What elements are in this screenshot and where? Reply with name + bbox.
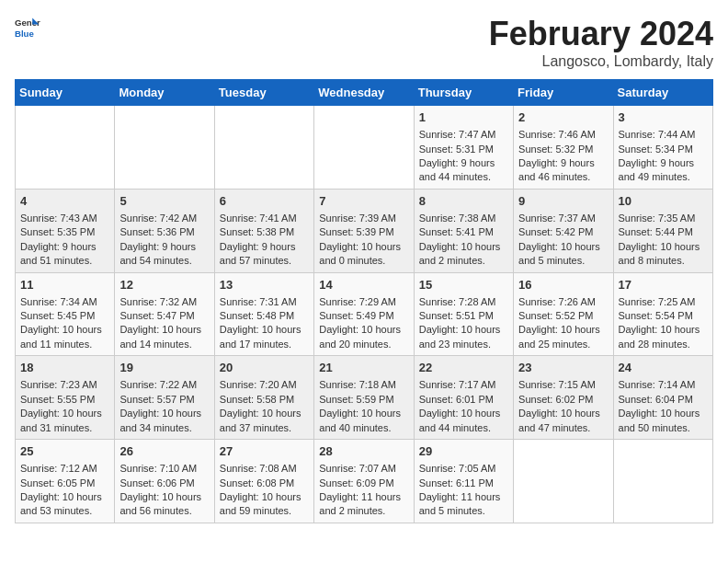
- day-info: and 37 minutes.: [220, 421, 309, 435]
- day-info: Daylight: 10 hours: [319, 240, 408, 254]
- day-number: 2: [518, 109, 608, 126]
- calendar-cell: 20Sunrise: 7:20 AMSunset: 5:58 PMDayligh…: [214, 356, 313, 440]
- day-info: Sunset: 6:08 PM: [220, 477, 309, 490]
- day-info: Sunrise: 7:44 AM: [619, 128, 708, 142]
- day-info: Sunset: 5:51 PM: [419, 309, 508, 323]
- calendar-cell: 16Sunrise: 7:26 AMSunset: 5:52 PMDayligh…: [514, 272, 613, 356]
- day-info: Daylight: 10 hours: [20, 323, 109, 337]
- day-info: Daylight: 11 hours: [419, 490, 508, 504]
- day-info: Daylight: 10 hours: [419, 323, 508, 337]
- day-info: Sunrise: 7:05 AM: [419, 462, 508, 476]
- day-info: Daylight: 10 hours: [619, 407, 708, 420]
- day-number: 16: [518, 277, 608, 293]
- day-number: 18: [20, 360, 109, 376]
- day-info: and 2 minutes.: [419, 254, 508, 268]
- day-number: 9: [518, 193, 608, 210]
- day-info: and 23 minutes.: [419, 338, 508, 351]
- day-info: and 49 minutes.: [619, 170, 708, 184]
- day-info: and 5 minutes.: [518, 254, 608, 268]
- calendar-cell: 5Sunrise: 7:42 AMSunset: 5:36 PMDaylight…: [115, 189, 214, 272]
- day-info: Daylight: 10 hours: [220, 490, 309, 504]
- day-number: 19: [119, 360, 209, 376]
- day-info: Sunset: 5:35 PM: [20, 225, 109, 239]
- day-number: 21: [319, 360, 408, 376]
- calendar-cell: 18Sunrise: 7:23 AMSunset: 5:55 PMDayligh…: [16, 356, 115, 440]
- day-info: Daylight: 10 hours: [119, 407, 209, 420]
- day-info: and 5 minutes.: [419, 504, 508, 518]
- day-number: 6: [220, 193, 309, 210]
- calendar-cell: [514, 440, 613, 523]
- day-info: Sunset: 5:36 PM: [119, 225, 209, 239]
- calendar-cell: 26Sunrise: 7:10 AMSunset: 6:06 PMDayligh…: [115, 440, 214, 523]
- day-info: Sunset: 5:39 PM: [319, 225, 408, 239]
- calendar-cell: 12Sunrise: 7:32 AMSunset: 5:47 PMDayligh…: [115, 272, 214, 356]
- day-header-friday: Friday: [514, 80, 613, 106]
- week-row-3: 11Sunrise: 7:34 AMSunset: 5:45 PMDayligh…: [16, 272, 713, 356]
- calendar-cell: 23Sunrise: 7:15 AMSunset: 6:02 PMDayligh…: [514, 356, 613, 440]
- day-info: Sunset: 6:01 PM: [419, 393, 508, 407]
- day-info: Sunset: 5:31 PM: [419, 143, 508, 156]
- week-row-2: 4Sunrise: 7:43 AMSunset: 5:35 PMDaylight…: [16, 189, 713, 272]
- day-info: Daylight: 9 hours: [220, 240, 309, 254]
- day-info: and 46 minutes.: [518, 170, 608, 184]
- day-info: Sunrise: 7:20 AM: [220, 378, 309, 392]
- day-info: and 56 minutes.: [119, 504, 209, 518]
- calendar: SundayMondayTuesdayWednesdayThursdayFrid…: [15, 79, 713, 523]
- day-info: Daylight: 10 hours: [518, 323, 608, 337]
- day-number: 15: [419, 277, 508, 293]
- day-info: Daylight: 10 hours: [220, 323, 309, 337]
- day-info: Daylight: 10 hours: [419, 240, 508, 254]
- day-info: Sunset: 5:48 PM: [220, 309, 309, 323]
- day-info: Sunrise: 7:12 AM: [20, 462, 109, 476]
- calendar-cell: 10Sunrise: 7:35 AMSunset: 5:44 PMDayligh…: [613, 189, 712, 272]
- day-info: Daylight: 9 hours: [20, 240, 109, 254]
- calendar-cell: 24Sunrise: 7:14 AMSunset: 6:04 PMDayligh…: [613, 356, 712, 440]
- day-info: Daylight: 10 hours: [220, 407, 309, 420]
- day-info: Sunrise: 7:10 AM: [119, 462, 209, 476]
- calendar-cell: 22Sunrise: 7:17 AMSunset: 6:01 PMDayligh…: [414, 356, 513, 440]
- day-info: Sunrise: 7:08 AM: [220, 462, 309, 476]
- day-info: and 53 minutes.: [20, 504, 109, 518]
- day-info: Daylight: 10 hours: [20, 490, 109, 504]
- day-info: Sunrise: 7:28 AM: [419, 295, 508, 309]
- day-info: Sunset: 5:55 PM: [20, 393, 109, 407]
- day-info: Sunset: 5:59 PM: [319, 393, 408, 407]
- day-info: Sunrise: 7:25 AM: [619, 295, 708, 309]
- day-header-tuesday: Tuesday: [214, 80, 313, 106]
- day-number: 29: [419, 443, 508, 460]
- week-row-1: 1Sunrise: 7:47 AMSunset: 5:31 PMDaylight…: [16, 106, 713, 190]
- day-number: 13: [220, 277, 309, 293]
- day-info: Sunset: 5:45 PM: [20, 309, 109, 323]
- day-info: Daylight: 10 hours: [619, 323, 708, 337]
- day-info: Sunrise: 7:17 AM: [419, 378, 508, 392]
- logo-icon: General Blue: [15, 15, 40, 40]
- calendar-cell: 19Sunrise: 7:22 AMSunset: 5:57 PMDayligh…: [115, 356, 214, 440]
- calendar-cell: 4Sunrise: 7:43 AMSunset: 5:35 PMDaylight…: [16, 189, 115, 272]
- day-info: Sunset: 6:06 PM: [119, 477, 209, 490]
- day-info: Sunrise: 7:31 AM: [220, 295, 309, 309]
- day-info: Sunset: 6:05 PM: [20, 477, 109, 490]
- calendar-cell: 3Sunrise: 7:44 AMSunset: 5:34 PMDaylight…: [613, 106, 712, 190]
- day-info: Sunset: 6:04 PM: [619, 393, 708, 407]
- day-number: 28: [319, 443, 408, 460]
- calendar-cell: 21Sunrise: 7:18 AMSunset: 5:59 PMDayligh…: [314, 356, 414, 440]
- day-info: and 8 minutes.: [619, 254, 708, 268]
- calendar-cell: 2Sunrise: 7:46 AMSunset: 5:32 PMDaylight…: [514, 106, 613, 190]
- day-info: Sunrise: 7:26 AM: [518, 295, 608, 309]
- day-info: Daylight: 9 hours: [419, 156, 508, 170]
- day-info: Sunset: 6:02 PM: [518, 393, 608, 407]
- day-info: Sunset: 5:38 PM: [220, 225, 309, 239]
- day-number: 14: [319, 277, 408, 293]
- day-header-thursday: Thursday: [414, 80, 513, 106]
- day-number: 8: [419, 193, 508, 210]
- day-info: Sunrise: 7:35 AM: [619, 212, 708, 225]
- calendar-cell: 7Sunrise: 7:39 AMSunset: 5:39 PMDaylight…: [314, 189, 414, 272]
- day-info: Daylight: 9 hours: [619, 156, 708, 170]
- calendar-cell: [16, 106, 115, 190]
- month-title: February 2024: [489, 15, 713, 53]
- calendar-cell: 28Sunrise: 7:07 AMSunset: 6:09 PMDayligh…: [314, 440, 414, 523]
- day-info: Sunset: 5:32 PM: [518, 143, 608, 156]
- day-number: 20: [220, 360, 309, 376]
- day-info: Sunrise: 7:42 AM: [119, 212, 209, 225]
- day-info: Daylight: 10 hours: [119, 323, 209, 337]
